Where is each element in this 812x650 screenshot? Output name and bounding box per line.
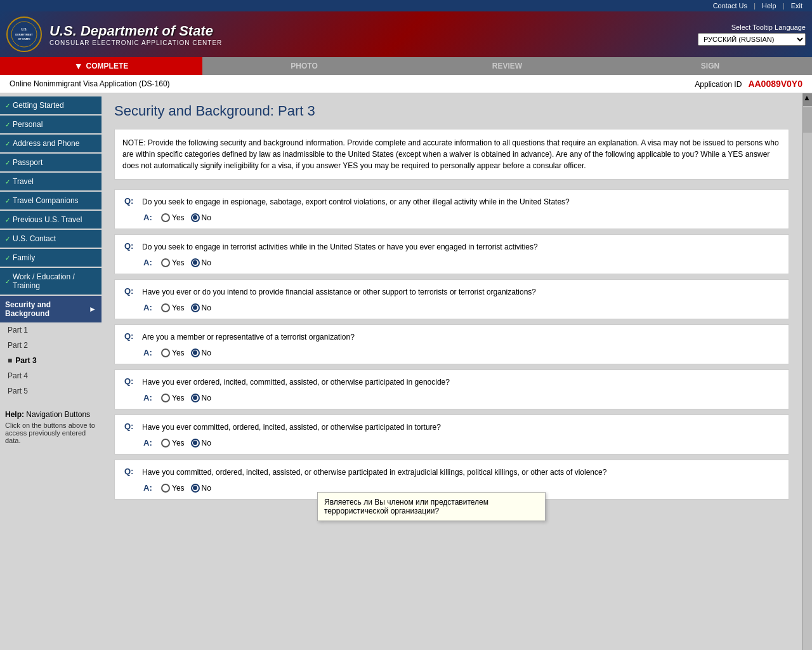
sidebar-item-travel[interactable]: ✓ Travel [0, 173, 102, 190]
scrollbar[interactable]: ▲ [802, 93, 812, 650]
radio-btn-yes[interactable] [161, 394, 170, 402]
help-subtitle: Navigation Buttons [26, 410, 90, 419]
radio-btn-no[interactable] [191, 258, 200, 267]
app-id-value: AA0089V0Y0 [748, 79, 802, 89]
yes-label: Yes [172, 213, 185, 222]
help-box: Help: Navigation Buttons Click on the bu… [0, 405, 102, 449]
tab-review-label: REVIEW [492, 62, 522, 70]
check-icon: ✓ [5, 278, 10, 285]
radio-group: Yes No [161, 394, 211, 402]
a-label: A: [143, 483, 156, 493]
sidebar-item-prev-travel[interactable]: ✓ Previous U.S. Travel [0, 211, 102, 229]
sidebar-sub-label: Part 1 [8, 326, 28, 335]
radio-btn-yes[interactable] [161, 303, 170, 312]
radio-no[interactable]: No [191, 394, 211, 402]
radio-btn-no[interactable] [191, 439, 200, 448]
sidebar-item-passport[interactable]: ✓ Passport [0, 154, 102, 171]
no-label: No [202, 258, 211, 267]
question-block-2: Q: Do you seek to engage in terrorist ac… [114, 234, 789, 274]
sidebar-sub-part2[interactable]: Part 2 [0, 338, 102, 353]
check-icon: ✓ [5, 235, 10, 242]
radio-yes[interactable]: Yes [161, 439, 185, 448]
radio-btn-no[interactable] [191, 394, 200, 402]
agency-subtitle: CONSULAR ELECTRONIC APPLICATION CENTER [49, 39, 222, 46]
sidebar-sub-part5[interactable]: Part 5 [0, 383, 102, 399]
radio-yes[interactable]: Yes [161, 484, 185, 493]
radio-yes[interactable]: Yes [161, 303, 185, 312]
bullet-icon: ■ [8, 356, 12, 365]
exit-link[interactable]: Exit [791, 2, 802, 10]
question-block-3: Q: Have you ever or do you intend to pro… [114, 279, 789, 319]
main-content: Security and Background: Part 3 NOTE: Pr… [102, 93, 802, 650]
q-label: Q: [124, 331, 137, 341]
check-icon: ✓ [5, 255, 10, 262]
tab-photo[interactable]: PHOTO [203, 57, 406, 75]
tab-sign[interactable]: SIGN [609, 57, 812, 75]
sidebar-item-security[interactable]: Security and Background ► [0, 296, 102, 322]
sidebar-label: Passport [13, 158, 43, 167]
check-icon: ✓ [5, 197, 10, 204]
sidebar-sub-part4[interactable]: Part 4 [0, 368, 102, 383]
answer-row: A: Yes No [124, 258, 779, 267]
sidebar-label: Previous U.S. Travel [13, 215, 82, 224]
radio-yes[interactable]: Yes [161, 213, 185, 222]
radio-btn-no[interactable] [191, 348, 200, 357]
radio-yes[interactable]: Yes [161, 394, 185, 402]
check-icon: ✓ [5, 159, 10, 166]
tab-complete[interactable]: ▼ COMPLETE [0, 57, 203, 75]
scroll-thumb[interactable] [803, 107, 812, 133]
tab-review[interactable]: REVIEW [406, 57, 609, 75]
radio-btn-yes[interactable] [161, 439, 170, 448]
check-icon: ✓ [5, 140, 10, 147]
sidebar-label: Personal [13, 120, 43, 129]
q-label: Q: [124, 467, 137, 476]
yes-label: Yes [172, 303, 185, 312]
sidebar-item-travel-companions[interactable]: ✓ Travel Companions [0, 192, 102, 209]
scroll-up-btn[interactable]: ▲ [803, 93, 812, 106]
question-row: Q: Have you ever ordered, incited, commi… [124, 376, 779, 388]
sidebar-item-us-contact[interactable]: ✓ U.S. Contact [0, 230, 102, 248]
radio-no[interactable]: No [191, 213, 211, 222]
sidebar-item-work[interactable]: ✓ Work / Education / Training [0, 268, 102, 295]
top-bar: Contact Us | Help | Exit [0, 0, 812, 11]
radio-btn-yes[interactable] [161, 213, 170, 222]
app-id-label: Application ID [695, 80, 742, 89]
yes-label: Yes [172, 348, 185, 357]
help-link[interactable]: Help [762, 2, 776, 10]
radio-btn-no[interactable] [191, 213, 200, 222]
radio-no[interactable]: No [191, 258, 211, 267]
question-text: Have you ever or do you intend to provid… [142, 286, 779, 298]
contact-link[interactable]: Contact Us [713, 2, 747, 10]
sidebar-item-address[interactable]: ✓ Address and Phone [0, 135, 102, 152]
radio-no[interactable]: No [191, 348, 211, 357]
radio-no[interactable]: No [191, 303, 211, 312]
sidebar-sub-part3[interactable]: ■ Part 3 [0, 353, 102, 368]
radio-btn-yes[interactable] [161, 258, 170, 267]
sidebar-sub-label: Part 4 [8, 371, 28, 380]
check-icon: ✓ [5, 216, 10, 223]
radio-btn-yes[interactable] [161, 348, 170, 357]
question-row: Q: Do you seek to engage in espionage, s… [124, 196, 779, 208]
check-icon: ✓ [5, 121, 10, 128]
sidebar-label: Travel Companions [13, 196, 79, 205]
question-row: Q: Have you ever or do you intend to pro… [124, 286, 779, 298]
sidebar-label: Family [13, 253, 35, 262]
sidebar-item-family[interactable]: ✓ Family [0, 249, 102, 267]
radio-no[interactable]: No [191, 484, 211, 493]
app-id-area: Application ID AA0089V0Y0 [695, 79, 802, 89]
radio-btn-no[interactable] [191, 303, 200, 312]
note-box: NOTE: Provide the following security and… [114, 129, 789, 180]
radio-group: Yes No [161, 348, 211, 357]
answer-row: A: Yes No [124, 348, 779, 357]
radio-no[interactable]: No [191, 439, 211, 448]
sidebar-item-personal[interactable]: ✓ Personal [0, 116, 102, 133]
radio-yes[interactable]: Yes [161, 348, 185, 357]
lang-select[interactable]: РУССКИЙ (RUSSIAN) [698, 33, 806, 46]
radio-btn-no[interactable] [191, 484, 200, 493]
a-label: A: [143, 438, 156, 448]
radio-btn-yes[interactable] [161, 484, 170, 493]
sidebar-sub-part1[interactable]: Part 1 [0, 322, 102, 338]
sidebar-item-getting-started[interactable]: ✓ Getting Started [0, 96, 102, 114]
question-row: Q: Have you ever committed, ordered, inc… [124, 421, 779, 433]
radio-yes[interactable]: Yes [161, 258, 185, 267]
